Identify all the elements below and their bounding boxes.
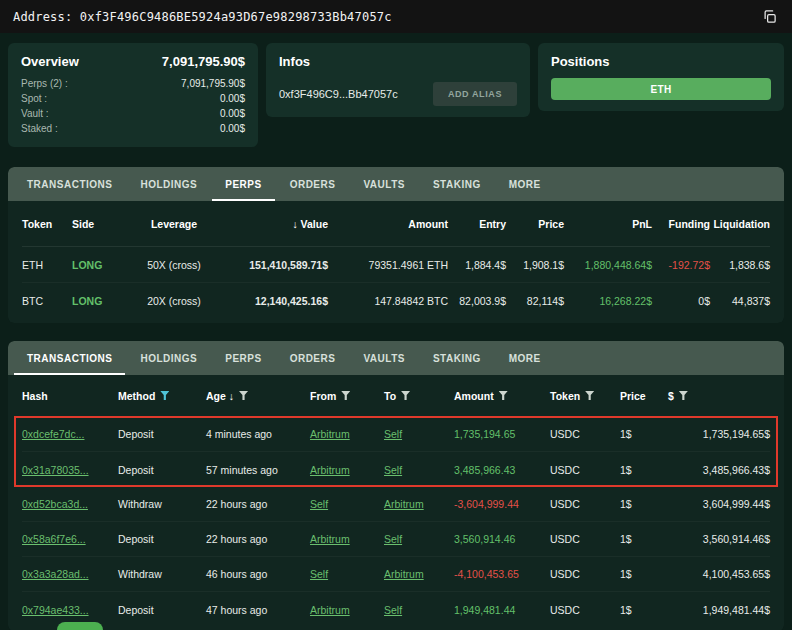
tab-more[interactable]: MORE (496, 341, 554, 375)
overview-row-value: 0.00$ (220, 106, 245, 121)
address-bar: Address: 0xf3F496C9486BE5924a93D67e98298… (0, 0, 792, 33)
tx-row: 0x58a6f7e6... Deposit 22 hours ago Arbit… (22, 522, 770, 557)
col-side: Side (72, 218, 132, 230)
tab-orders[interactable]: ORDERS (277, 341, 349, 375)
value-cell: 151,410,589.71$ (216, 259, 328, 271)
overview-row-value: 0.00$ (220, 91, 245, 106)
tx-to-link[interactable]: Self (384, 604, 454, 616)
tx-token: USDC (550, 604, 620, 616)
filter-icon[interactable] (401, 391, 410, 400)
funding-cell: -192.72$ (652, 259, 710, 271)
tx-hash-link[interactable]: 0xd52bca3d... (22, 498, 118, 510)
tx-token: USDC (550, 498, 620, 510)
col-value-sort[interactable]: ↓ Value (216, 218, 328, 230)
overview-row-label: Spot : (21, 91, 47, 106)
tx-to-link[interactable]: Self (384, 428, 454, 440)
tx-row: 0x31a78035... Deposit 57 minutes ago Arb… (22, 452, 770, 487)
copy-icon[interactable] (760, 7, 779, 26)
overview-row-value: 0.00$ (220, 121, 245, 136)
tx-age: 22 hours ago (206, 498, 310, 510)
tx-to-link[interactable]: Arbitrum (384, 498, 454, 510)
positions-title: Positions (551, 54, 771, 69)
col-age-label[interactable]: Age ↓ (206, 390, 234, 402)
tx-from-link[interactable]: Arbitrum (310, 604, 384, 616)
tx-usd: 3,560,914.46$ (668, 533, 770, 545)
col-usd-label: $ (668, 390, 674, 402)
tx-price: 1$ (620, 604, 668, 616)
col-hash: Hash (22, 390, 118, 402)
tx-from-link[interactable]: Arbitrum (310, 533, 384, 545)
overview-row-label: Staked : (21, 121, 58, 136)
tx-amount: 3,560,914.46 (454, 533, 550, 545)
tx-tab-bar: TRANSACTIONS HOLDINGS PERPS ORDERS VAULT… (8, 341, 784, 375)
tab-holdings[interactable]: HOLDINGS (127, 167, 210, 201)
col-liquidation: Liquidation (710, 218, 770, 230)
tx-from-link[interactable]: Arbitrum (310, 428, 384, 440)
col-token: Token (550, 390, 620, 402)
tx-usd: 3,604,999.44$ (668, 498, 770, 510)
filter-icon[interactable] (160, 391, 169, 400)
entry-cell: 1,884.4$ (448, 259, 506, 271)
infos-address-short: 0xf3F496C9...Bb47057c (279, 88, 398, 100)
token-cell: BTC (22, 295, 72, 307)
tx-row: 0xd52bca3d... Withdraw 22 hours ago Self… (22, 487, 770, 522)
tx-amount: -4,100,453.65 (454, 568, 550, 580)
tab-orders[interactable]: ORDERS (277, 167, 349, 201)
add-alias-button[interactable]: ADD ALIAS (433, 82, 517, 106)
tab-staking[interactable]: STAKING (420, 341, 494, 375)
col-amount: Amount (328, 218, 448, 230)
tx-to-link[interactable]: Self (384, 464, 454, 476)
tx-row: 0xdcefe7dc... Deposit 4 minutes ago Arbi… (22, 417, 770, 452)
funding-cell: 0$ (652, 295, 710, 307)
filter-icon[interactable] (585, 391, 594, 400)
tx-amount: 1,949,481.44 (454, 604, 550, 616)
tx-age: 22 hours ago (206, 533, 310, 545)
tx-price: 1$ (620, 464, 668, 476)
col-entry: Entry (448, 218, 506, 230)
position-token-eth-button[interactable]: ETH (551, 78, 771, 100)
tx-age: 57 minutes ago (206, 464, 310, 476)
col-to: To (384, 390, 454, 402)
tx-usd: 1,735,194.65$ (668, 428, 770, 440)
filter-icon[interactable] (239, 391, 248, 400)
tx-price: 1$ (620, 533, 668, 545)
tab-more[interactable]: MORE (496, 167, 554, 201)
tab-perps[interactable]: PERPS (212, 167, 274, 201)
tx-price: 1$ (620, 428, 668, 440)
tx-to-link[interactable]: Arbitrum (384, 568, 454, 580)
tx-usd: 1,949,481.44$ (668, 604, 770, 616)
tx-hash-link[interactable]: 0xdcefe7dc... (22, 428, 118, 440)
col-funding: Funding (652, 218, 710, 230)
value-cell: 12,140,425.16$ (216, 295, 328, 307)
tx-from-link[interactable]: Self (310, 568, 384, 580)
tx-to-link[interactable]: Self (384, 533, 454, 545)
tab-staking[interactable]: STAKING (420, 167, 494, 201)
tab-vaults[interactable]: VAULTS (350, 167, 418, 201)
tx-price: 1$ (620, 568, 668, 580)
tx-hash-link[interactable]: 0x58a6f7e6... (22, 533, 118, 545)
col-age: Age ↓ (206, 390, 310, 402)
filter-icon[interactable] (341, 391, 350, 400)
leverage-cell: 20X (cross) (132, 295, 216, 307)
tab-holdings[interactable]: HOLDINGS (127, 341, 210, 375)
tab-perps[interactable]: PERPS (212, 341, 274, 375)
infos-title: Infos (279, 54, 517, 69)
filter-icon[interactable] (499, 391, 508, 400)
col-token: Token (22, 218, 72, 230)
tx-from-link[interactable]: Arbitrum (310, 464, 384, 476)
tx-hash-link[interactable]: 0x3a3a28ad... (22, 568, 118, 580)
tx-token: USDC (550, 464, 620, 476)
filter-icon[interactable] (679, 391, 688, 400)
tx-hash-link[interactable]: 0x31a78035... (22, 464, 118, 476)
tab-transactions[interactable]: TRANSACTIONS (14, 341, 125, 375)
tx-from-link[interactable]: Self (310, 498, 384, 510)
tx-method: Deposit (118, 428, 206, 440)
transactions-table: Hash Method Age ↓ From To Amount Token P… (8, 375, 784, 630)
chat-button[interactable] (57, 622, 103, 630)
tab-transactions[interactable]: TRANSACTIONS (14, 167, 125, 201)
perps-tab-bar: TRANSACTIONS HOLDINGS PERPS ORDERS VAULT… (8, 167, 784, 201)
tx-hash-link[interactable]: 0x794ae433... (22, 604, 118, 616)
liquidation-cell: 44,837$ (710, 295, 770, 307)
tab-vaults[interactable]: VAULTS (350, 341, 418, 375)
summary-panels: Overview 7,091,795.90$ Perps (2) : 7,091… (8, 43, 784, 147)
